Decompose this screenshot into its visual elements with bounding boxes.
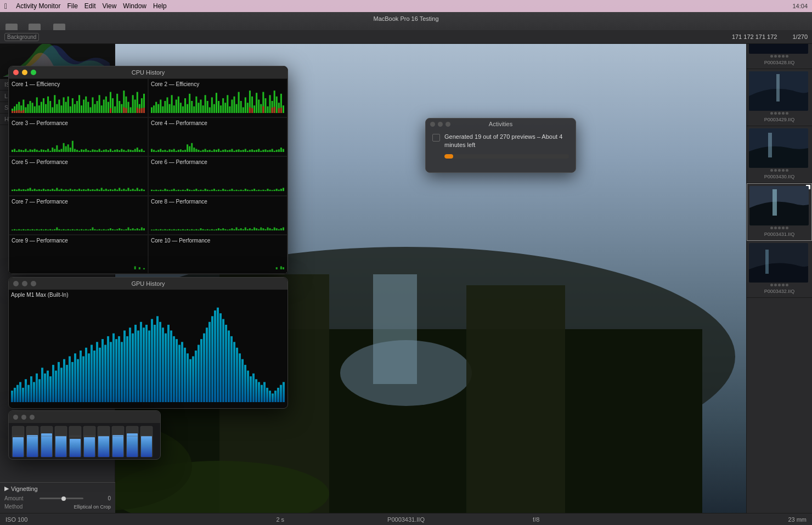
- svg-rect-542: [58, 362, 60, 402]
- thumbnail-p3429[interactable]: P0003429.IIQ: [747, 69, 812, 126]
- svg-rect-353: [182, 190, 184, 191]
- svg-rect-570: [134, 325, 137, 402]
- svg-rect-373: [227, 190, 228, 191]
- svg-rect-286: [27, 189, 29, 191]
- svg-rect-506: [256, 228, 257, 230]
- menu-window[interactable]: Window: [123, 2, 146, 10]
- svg-rect-453: [132, 228, 134, 230]
- svg-rect-49: [78, 95, 80, 113]
- svg-rect-600: [217, 308, 219, 402]
- apple-menu[interactable]: : [4, 2, 7, 10]
- svg-rect-432: [85, 229, 87, 230]
- core5-chart: [12, 166, 145, 191]
- maximize-button[interactable]: [31, 70, 36, 75]
- svg-rect-292: [41, 190, 42, 191]
- svg-rect-351: [178, 190, 179, 191]
- amount-slider[interactable]: [40, 498, 83, 499]
- svg-rect-139: [256, 93, 257, 113]
- thumbnail-p3431-selected[interactable]: P0003431.IIQ: [747, 183, 812, 241]
- mem-min-btn[interactable]: [21, 415, 26, 420]
- act-close-btn[interactable]: [430, 122, 435, 127]
- activity-checkbox[interactable]: [432, 134, 440, 142]
- svg-rect-471: [178, 229, 179, 230]
- mem-close-btn[interactable]: [13, 415, 18, 420]
- gpu-minimize-button[interactable]: [22, 281, 27, 286]
- svg-rect-170: [36, 150, 38, 152]
- svg-rect-163: [20, 150, 22, 152]
- svg-rect-374: [229, 190, 230, 191]
- svg-rect-242: [202, 150, 204, 152]
- svg-rect-176: [49, 151, 51, 152]
- thumbnail-p3432[interactable]: P0003432.IIQ: [747, 241, 812, 298]
- menu-help[interactable]: Help: [153, 2, 167, 10]
- coordinate-display: 171 172 171 172: [732, 33, 777, 40]
- svg-rect-293: [43, 189, 44, 191]
- app-menu-activity-monitor[interactable]: Activity Monitor: [16, 2, 60, 10]
- close-button[interactable]: [13, 70, 19, 75]
- svg-rect-345: [164, 189, 166, 191]
- svg-rect-258: [238, 149, 240, 152]
- svg-rect-306: [72, 190, 74, 191]
- svg-rect-511: [267, 227, 268, 230]
- svg-rect-205: [114, 150, 116, 152]
- svg-rect-173: [43, 150, 44, 152]
- svg-rect-396: [278, 190, 280, 191]
- menu-view[interactable]: View: [103, 2, 117, 10]
- svg-rect-303: [65, 189, 67, 191]
- act-min-btn[interactable]: [438, 122, 443, 127]
- vignetting-expand-icon[interactable]: ▶: [4, 485, 9, 492]
- background-selector[interactable]: Background: [4, 33, 39, 41]
- svg-rect-297: [52, 189, 53, 191]
- svg-rect-612: [250, 376, 252, 402]
- svg-rect-239: [195, 149, 197, 153]
- svg-rect-410: [36, 229, 38, 230]
- svg-rect-52: [85, 97, 87, 113]
- thumbnail-p3430[interactable]: P0003430.IIQ: [747, 126, 812, 183]
- svg-rect-456: [139, 229, 140, 230]
- svg-rect-567: [126, 336, 128, 402]
- svg-rect-615: [258, 382, 260, 402]
- gpu-maximize-button[interactable]: [31, 281, 36, 286]
- svg-rect-533: [33, 382, 35, 402]
- svg-rect-473: [182, 229, 184, 230]
- svg-rect-552: [85, 348, 87, 402]
- svg-rect-443: [110, 228, 111, 230]
- mem-max-btn[interactable]: [30, 415, 35, 420]
- svg-rect-446: [116, 229, 118, 230]
- svg-rect-186: [72, 141, 74, 153]
- svg-rect-476: [189, 229, 190, 230]
- core10-label: Core 10 — Performance: [151, 238, 285, 244]
- minimize-button[interactable]: [22, 70, 27, 75]
- svg-rect-295: [47, 189, 49, 191]
- svg-rect-437: [97, 229, 98, 230]
- svg-rect-193: [87, 150, 89, 152]
- svg-rect-265: [253, 150, 255, 152]
- svg-rect-35: [47, 97, 49, 113]
- svg-rect-81: [16, 110, 18, 113]
- menu-file[interactable]: File: [67, 2, 77, 10]
- menu-edit[interactable]: Edit: [84, 2, 96, 10]
- activities-body: Generated 19 out of 270 previews – About…: [426, 129, 576, 162]
- svg-rect-391: [267, 189, 268, 191]
- svg-rect-64: [112, 98, 114, 113]
- svg-rect-488: [216, 229, 217, 230]
- svg-rect-464: [162, 229, 163, 230]
- svg-rect-426: [72, 229, 74, 230]
- svg-rect-433: [87, 229, 89, 230]
- act-max-btn[interactable]: [446, 122, 450, 127]
- svg-rect-354: [184, 190, 186, 191]
- svg-rect-71: [127, 102, 129, 114]
- svg-rect-440: [103, 229, 105, 230]
- svg-rect-641: [98, 436, 109, 457]
- svg-rect-385: [253, 189, 255, 191]
- svg-rect-422: [63, 229, 65, 230]
- svg-rect-571: [137, 330, 139, 402]
- gpu-chart: [11, 299, 285, 402]
- gpu-close-button[interactable]: [13, 281, 19, 286]
- svg-rect-327: [119, 188, 120, 191]
- svg-rect-366: [211, 190, 213, 191]
- svg-rect-494: [229, 229, 230, 230]
- svg-rect-561: [110, 342, 112, 402]
- cpu-meters-container: [9, 423, 160, 460]
- svg-rect-555: [93, 351, 95, 402]
